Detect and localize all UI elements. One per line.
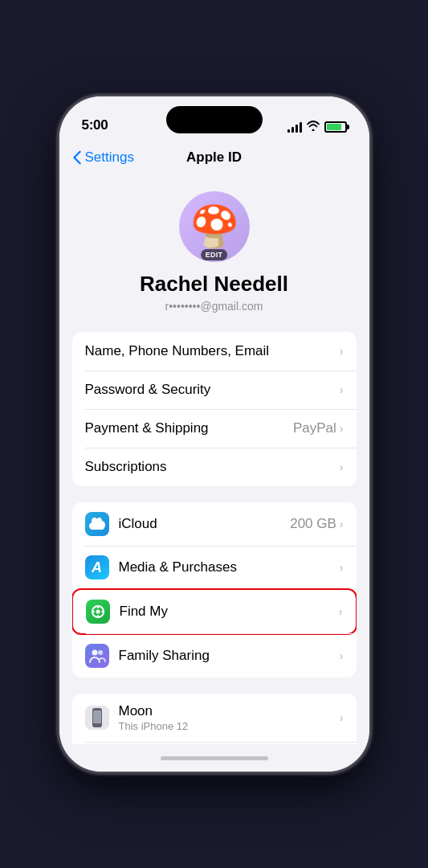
- settings-row-amazon[interactable]: Amazon FireTVStick(Gen2) ›: [72, 742, 357, 744]
- row-title-icloud: iCloud: [119, 516, 291, 532]
- chevron-icon: ›: [339, 605, 343, 618]
- row-title-name: Name, Phone Numbers, Email: [85, 343, 340, 359]
- findmy-icon: [86, 600, 110, 624]
- device-phone-icon: [85, 706, 109, 730]
- row-title-payment: Payment & Shipping: [85, 420, 293, 436]
- chevron-icon: ›: [340, 422, 344, 435]
- family-sharing-icon: [85, 644, 109, 668]
- dynamic-island: [166, 106, 263, 133]
- settings-group-services: iCloud 200 GB › A Media & Purchases ›: [72, 502, 357, 678]
- home-bar: [161, 756, 268, 760]
- svg-rect-6: [93, 710, 101, 723]
- chevron-icon: ›: [340, 345, 344, 358]
- chevron-icon: ›: [340, 561, 344, 574]
- status-icons: [287, 121, 347, 133]
- scroll-content[interactable]: 🍄 EDIT Rachel Needell r••••••••@gmail.co…: [59, 175, 369, 744]
- profile-name: Rachel Needell: [140, 272, 288, 297]
- phone-frame: 5:00: [58, 95, 371, 773]
- svg-point-7: [96, 724, 98, 727]
- battery-icon: [324, 121, 347, 133]
- settings-group-devices: Moon This iPhone 12 ›: [72, 694, 357, 744]
- row-value-payment: PayPal: [293, 420, 336, 436]
- svg-point-2: [92, 650, 97, 656]
- avatar-edit-badge[interactable]: EDIT: [201, 249, 228, 260]
- settings-row-name[interactable]: Name, Phone Numbers, Email ›: [72, 332, 357, 371]
- svg-point-3: [98, 650, 103, 655]
- settings-row-icloud[interactable]: iCloud 200 GB ›: [72, 502, 357, 546]
- home-indicator: [59, 744, 369, 772]
- chevron-icon: ›: [340, 518, 344, 530]
- settings-group-account: Name, Phone Numbers, Email › Password & …: [72, 332, 357, 486]
- svg-point-1: [96, 610, 100, 614]
- page-title: Apple ID: [186, 149, 242, 166]
- back-button[interactable]: Settings: [72, 149, 134, 166]
- chevron-icon: ›: [340, 383, 344, 396]
- icloud-icon: [85, 512, 109, 536]
- wifi-icon: [307, 121, 320, 133]
- row-title-subscriptions: Subscriptions: [85, 459, 340, 475]
- avatar-container[interactable]: 🍄 EDIT: [179, 191, 250, 262]
- profile-section: 🍄 EDIT Rachel Needell r••••••••@gmail.co…: [59, 175, 369, 332]
- chevron-icon: ›: [340, 649, 344, 662]
- chevron-icon: ›: [340, 711, 344, 724]
- settings-row-findmy[interactable]: Find My ›: [72, 588, 357, 635]
- settings-row-subscriptions[interactable]: Subscriptions ›: [72, 448, 357, 486]
- settings-row-moon[interactable]: Moon This iPhone 12 ›: [72, 694, 357, 742]
- settings-row-media[interactable]: A Media & Purchases ›: [72, 546, 357, 589]
- screen: 5:00: [59, 96, 369, 772]
- chevron-icon: ›: [340, 461, 344, 473]
- settings-row-password[interactable]: Password & Security ›: [72, 371, 357, 409]
- settings-row-family[interactable]: Family Sharing ›: [72, 634, 357, 678]
- nav-bar: Settings Apple ID: [59, 140, 369, 175]
- row-value-icloud: 200 GB: [290, 516, 336, 532]
- profile-email: r••••••••@gmail.com: [165, 300, 263, 313]
- row-title-moon: Moon: [119, 703, 340, 719]
- appstore-icon: A: [85, 555, 109, 579]
- signal-icon: [287, 121, 302, 133]
- status-time: 5:00: [82, 117, 108, 133]
- row-title-findmy: Find My: [120, 604, 339, 620]
- row-subtitle-moon: This iPhone 12: [119, 720, 340, 732]
- row-title-family: Family Sharing: [119, 648, 340, 664]
- row-title-password: Password & Security: [85, 382, 340, 398]
- settings-row-payment[interactable]: Payment & Shipping PayPal ›: [72, 409, 357, 448]
- row-title-media: Media & Purchases: [119, 559, 340, 575]
